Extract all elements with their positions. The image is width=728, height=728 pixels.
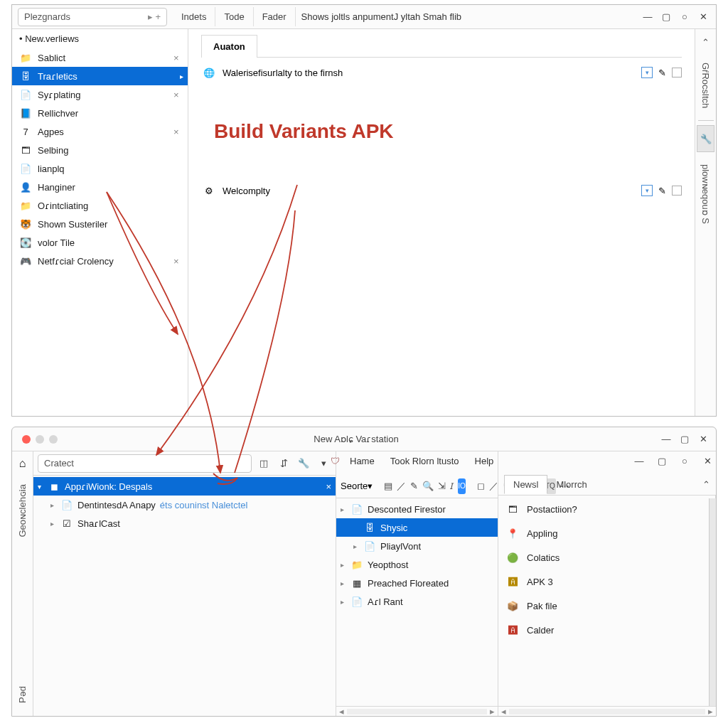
expand-icon[interactable]: ▸: [50, 520, 60, 528]
italic-icon[interactable]: 𝘐: [450, 478, 454, 494]
tree-item[interactable]: ▸📄PliaylVont: [336, 537, 498, 555]
project-select[interactable]: Plezgnards ▸ +: [18, 8, 167, 26]
menu-item[interactable]: Took Rlorn ltusto: [385, 456, 465, 466]
link-icon[interactable]: ⇲: [438, 478, 446, 494]
tree-item[interactable]: ▸▦Preached Floreated: [336, 574, 498, 592]
right-tab-wrench[interactable]: 🔧: [697, 125, 714, 152]
panel-item[interactable]: 🟢Colatics: [498, 545, 715, 569]
sidebar-item[interactable]: 🎮Netfɾciaŀ Crolency×: [12, 252, 188, 270]
menu-item[interactable]: Help: [469, 456, 500, 466]
pencil-icon[interactable]: ✎: [658, 186, 666, 196]
right-tab[interactable]: GŕRocsltch: [697, 55, 714, 116]
pen-icon[interactable]: ／: [397, 478, 406, 494]
tree-item[interactable]: ▸📄Aɾl Rant: [336, 592, 498, 611]
tree-item[interactable]: ▸📁Yeopthost: [336, 555, 498, 574]
minimize-icon[interactable]: —: [659, 432, 673, 446]
expand-icon[interactable]: ▸: [50, 501, 60, 509]
tree-item[interactable]: ▸📄DentintesdA Anapyéts couninst Naletcte…: [33, 496, 336, 514]
min-dot-icon[interactable]: [36, 435, 44, 444]
config-row[interactable]: 🌐 Walerisefisurlalty to the firnsh ▾ ✎: [201, 58, 682, 87]
sidebar-item[interactable]: 📄Syɾplating×: [12, 85, 188, 104]
checkbox[interactable]: [672, 68, 682, 77]
close-icon[interactable]: ✕: [696, 432, 710, 446]
sidebar-item[interactable]: 📁Sablict×: [12, 48, 188, 67]
sidebar-item[interactable]: 📄lianplq: [12, 159, 188, 178]
menu-tab[interactable]: Indets: [173, 7, 215, 26]
flag-toggle[interactable]: ▾: [641, 67, 653, 78]
left-tab[interactable]: Pəd: [14, 679, 31, 710]
scrollbar[interactable]: ◂▸: [336, 706, 498, 716]
restore-icon[interactable]: ▢: [678, 432, 692, 446]
tree-item[interactable]: ▾◼AppɾiWionk: Despals×: [33, 477, 336, 496]
close-icon[interactable]: ×: [173, 53, 183, 63]
sidebar-item[interactable]: 👤Hanginer: [12, 178, 188, 196]
panel-icon[interactable]: ▤: [384, 478, 392, 494]
restore-icon[interactable]: ▢: [655, 454, 669, 468]
scrollbar[interactable]: [709, 498, 716, 706]
menu-tab[interactable]: Fader: [254, 7, 296, 26]
close-icon[interactable]: ×: [173, 256, 183, 267]
menu-tab[interactable]: Tode: [215, 7, 253, 26]
close-icon[interactable]: ×: [173, 127, 183, 137]
close-icon[interactable]: ✕: [696, 10, 710, 24]
expand-icon[interactable]: ▸: [353, 542, 363, 550]
menu-item[interactable]: Hame: [344, 456, 380, 466]
right-tab[interactable]: plowɴeqouɒ S: [697, 156, 714, 232]
panel-item[interactable]: 🅰Calder: [498, 618, 715, 642]
tree-item[interactable]: ▸📄Desconted Firestor: [336, 500, 498, 518]
flag-toggle[interactable]: ▾: [641, 185, 653, 196]
sidebar-item[interactable]: 🗄Traɾletics▸: [12, 67, 188, 85]
close-icon[interactable]: ×: [326, 481, 331, 492]
minimize-icon[interactable]: —: [641, 10, 655, 24]
sidebar-item[interactable]: 🐯Shown Susteriler: [12, 215, 188, 233]
panel-tab[interactable]: Mlorrch: [547, 476, 595, 493]
tree-icon[interactable]: ⇵: [276, 456, 291, 471]
minimize-icon[interactable]: —: [632, 454, 646, 468]
right-pane: Newsl Mlorrch ⌃ 🗔Postactiion?📍Appling🟢Co…: [498, 451, 716, 716]
sidebar-item[interactable]: 💽volor Tile: [12, 233, 188, 252]
close-dot-icon[interactable]: [22, 435, 31, 444]
maximize-icon[interactable]: ○: [678, 10, 692, 24]
home-icon[interactable]: ⌂: [19, 457, 26, 470]
expand-icon[interactable]: ▸: [341, 505, 350, 513]
wrench-icon[interactable]: 🔧: [296, 456, 311, 471]
split-icon[interactable]: ◻: [477, 478, 485, 494]
maximize-icon[interactable]: ○: [678, 454, 692, 468]
edit-icon[interactable]: ✎: [410, 478, 418, 494]
search-icon[interactable]: 🔍: [422, 478, 434, 494]
expand-icon[interactable]: ▾: [38, 483, 48, 491]
sidebar-item[interactable]: 7Agpes×: [12, 122, 188, 141]
search-input[interactable]: Cratect: [38, 454, 252, 473]
chevron-down-icon[interactable]: ▾: [316, 456, 331, 471]
left-tab[interactable]: Geoɴclehɢia: [14, 477, 31, 545]
collapse-icon[interactable]: ⌃: [702, 479, 710, 490]
scrollbar[interactable]: ◂▸: [498, 706, 716, 716]
restore-icon[interactable]: ▢: [659, 10, 673, 24]
pencil-icon[interactable]: ✎: [658, 68, 666, 78]
traffic-lights[interactable]: [18, 435, 58, 444]
layout-icon[interactable]: ◫: [256, 456, 272, 471]
expand-icon[interactable]: ▸: [341, 598, 350, 606]
panel-item[interactable]: 📦Pak file: [498, 594, 715, 618]
config-row[interactable]: ⚙ Welcomplty ▾ ✎: [201, 176, 682, 205]
max-dot-icon[interactable]: [49, 435, 58, 444]
panel-item[interactable]: 🗔Postactiion?: [498, 497, 715, 521]
expand-icon[interactable]: ▸: [341, 561, 350, 569]
collapse-icon[interactable]: ⌃: [702, 33, 710, 50]
checkbox[interactable]: [672, 186, 682, 196]
tree-item[interactable]: 🗄Shysic: [336, 518, 498, 537]
expand-icon[interactable]: ▸: [341, 579, 350, 587]
close-icon[interactable]: ×: [173, 90, 183, 100]
badge-icon[interactable]: IO: [458, 478, 466, 494]
tree-item[interactable]: ▸☑ShaɾlCast: [33, 514, 336, 532]
div-icon[interactable]: ／: [489, 478, 498, 494]
sidebar-item[interactable]: 📁Oɾintcliating: [12, 196, 188, 215]
close-icon[interactable]: ✕: [700, 454, 714, 468]
panel-item[interactable]: 🅰APK 3: [498, 569, 715, 594]
panel-tab[interactable]: Newsl: [504, 475, 547, 494]
sidebar-item[interactable]: 📘Rellichver: [12, 104, 188, 122]
sidebar-item[interactable]: 🗔Selbing: [12, 141, 188, 159]
panel-item[interactable]: 📍Appling: [498, 521, 715, 545]
main-tab[interactable]: Auaton: [201, 35, 257, 58]
sort-dropdown[interactable]: Seorte▾: [341, 481, 373, 491]
